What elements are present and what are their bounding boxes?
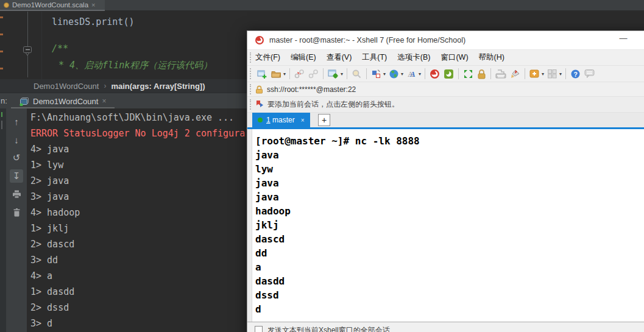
code-line-print: linesDS.print(): [52, 16, 134, 27]
reconnect-icon[interactable]: [306, 67, 320, 80]
address-url[interactable]: ssh://root:******@master:22: [267, 85, 356, 94]
clear-all-trash-button[interactable]: [10, 206, 23, 219]
send-all-checkbox[interactable]: [255, 326, 263, 332]
run-label: n:: [1, 96, 7, 105]
gutter-mark: [0, 68, 3, 69]
xshell-titlebar[interactable]: master - root@master:~ - Xshell 7 (Free …: [247, 31, 644, 50]
menu-item[interactable]: 工具(T): [362, 52, 387, 63]
menu-item[interactable]: 窗口(W): [441, 52, 468, 63]
chevron-down-icon[interactable]: ▾: [401, 71, 403, 77]
new-package-icon[interactable]: [528, 67, 542, 80]
ide-editor-tabbar: Demo1WordCount.scala ×: [0, 0, 644, 11]
terminal-line: dascd: [255, 232, 420, 246]
layout-icon[interactable]: [369, 67, 383, 80]
toolbar-grip[interactable]: [250, 68, 252, 79]
toolbar-grip[interactable]: [250, 52, 252, 63]
chevron-down-icon[interactable]: ▾: [419, 71, 421, 77]
new-tab-button[interactable]: +: [318, 114, 330, 126]
chevron-down-icon[interactable]: ▾: [283, 71, 286, 77]
xshell-window[interactable]: master - root@master:~ - Xshell 7 (Free …: [247, 30, 644, 332]
close-icon[interactable]: ×: [102, 97, 106, 105]
menu-item[interactable]: 文件(F): [255, 52, 280, 63]
terminal-line: dssd: [255, 288, 420, 302]
lock-icon: [255, 85, 263, 94]
highlighter-icon[interactable]: [508, 67, 522, 80]
toolbar-separator: [289, 68, 290, 79]
rerun-button[interactable]: ↺: [10, 151, 23, 164]
font-icon[interactable]: A A: [405, 67, 419, 80]
toolbar-grip[interactable]: [250, 84, 252, 94]
session-properties-icon[interactable]: [326, 67, 341, 80]
scroll-to-end-button[interactable]: ↧: [10, 169, 23, 183]
terminal-line: dasdd: [255, 274, 420, 288]
fold-collapse-icon[interactable]: [23, 46, 32, 59]
grid-layout-icon[interactable]: [545, 67, 559, 80]
menu-item[interactable]: 选项卡(B): [397, 52, 430, 63]
notice-text: 要添加当前会话，点击左侧的箭头按钮。: [267, 99, 399, 110]
console-line: 3> dd: [30, 252, 245, 268]
session-tab-master[interactable]: 1 master ×: [252, 113, 310, 127]
editor-tab-demo1wordcount[interactable]: Demo1WordCount.scala ×: [0, 0, 105, 11]
menu-item[interactable]: 编辑(E): [291, 52, 316, 63]
terminal-line: [root@master ~]# nc -lk 8888: [255, 134, 420, 148]
xftp-logo-icon[interactable]: [442, 67, 456, 80]
lock-icon[interactable]: [475, 67, 488, 80]
disconnect-icon[interactable]: [292, 67, 306, 80]
session-tab-label: 1 master: [266, 116, 295, 124]
xshell-tabbar: 1 master × +: [247, 113, 644, 129]
xshell-menubar: 文件(F)编辑(E)查看(V)工具(T)选项卡(B)窗口(W)帮助(H): [247, 50, 644, 66]
breadcrumb-method[interactable]: main(args: Array[String]): [111, 82, 205, 91]
xshell-logo-icon[interactable]: [428, 67, 442, 80]
send-all-label: 发送文本到当前Xshell窗口的全部会话: [267, 325, 390, 332]
svg-text:A: A: [409, 69, 416, 79]
chevron-right-icon: ›: [104, 82, 106, 90]
breadcrumb-class[interactable]: Demo1WordCount: [34, 82, 99, 91]
xshell-bottombar: 发送文本到当前Xshell窗口的全部会话: [247, 322, 644, 332]
console-line: 2> dascd: [30, 236, 245, 252]
menu-item[interactable]: 查看(V): [327, 52, 352, 63]
search-icon[interactable]: [350, 67, 364, 80]
help-icon[interactable]: ?: [568, 67, 582, 80]
gutter-separator: [41, 12, 42, 79]
chevron-down-icon[interactable]: ▾: [542, 71, 544, 77]
fullscreen-icon[interactable]: [461, 67, 475, 80]
console-line: 1> lyw: [30, 157, 245, 173]
xshell-toolbar: ▾: [247, 66, 644, 82]
navigate-down-button[interactable]: ↓: [10, 133, 23, 146]
chevron-down-icon[interactable]: ▾: [341, 71, 343, 77]
console-output[interactable]: F:\Anzhuang\soft\JDK\bin\java.exe ...ERR…: [30, 110, 245, 331]
minimize-button[interactable]: —: [614, 34, 632, 47]
menu-item[interactable]: 帮助(H): [479, 52, 504, 63]
xshell-addressbar[interactable]: ssh://root:******@master:22: [247, 82, 644, 97]
close-icon[interactable]: ×: [301, 117, 305, 124]
screen: Demo1WordCount.scala × linesDS.print() /…: [0, 0, 644, 332]
marker-gray: [1, 121, 2, 129]
terminal-line: hadoop: [255, 204, 420, 218]
toolbar-separator: [490, 68, 491, 79]
open-folder-icon[interactable]: [269, 67, 283, 80]
chat-icon[interactable]: [582, 67, 597, 80]
terminal-line: jklj: [255, 218, 420, 232]
keyboard-icon[interactable]: [494, 67, 508, 80]
terminal[interactable]: [root@master ~]# nc -lk 8888javalywjavaj…: [247, 129, 644, 322]
terminal-line: d: [255, 302, 420, 316]
terminal-line: java: [255, 176, 420, 190]
navigate-up-button[interactable]: ↑: [10, 115, 23, 128]
toolbar-separator: [347, 68, 347, 79]
console-line: 1> jklj: [30, 221, 245, 236]
connected-status-icon: [258, 118, 263, 122]
chevron-down-icon[interactable]: ▾: [559, 71, 562, 77]
toolbar-separator: [525, 68, 525, 79]
toolbar-grip[interactable]: [250, 99, 252, 110]
new-session-icon[interactable]: [255, 67, 269, 80]
toolbar-separator: [323, 68, 324, 79]
globe-icon[interactable]: [387, 67, 401, 80]
scala-class-icon: [4, 2, 9, 8]
close-icon[interactable]: ×: [91, 1, 95, 9]
print-button[interactable]: [10, 188, 23, 201]
terminal-line: a: [255, 260, 420, 274]
xshell-app-icon: [255, 35, 264, 45]
window-title: master - root@master:~ - Xshell 7 (Free …: [269, 36, 465, 44]
toolbar-separator: [425, 68, 425, 79]
chevron-down-icon[interactable]: ▾: [383, 71, 386, 77]
